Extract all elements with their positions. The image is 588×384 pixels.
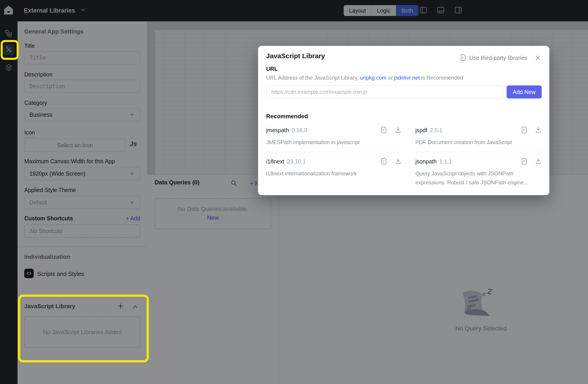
library-divider xyxy=(266,152,401,152)
js-library-modal: JavaScript Library Use third-party libra… xyxy=(258,46,549,195)
url-help-text: URL Address of the JavaScript Library, u… xyxy=(266,75,463,81)
app-root: External Libraries Layout Logic Both xyxy=(0,0,588,384)
add-new-button[interactable]: Add New xyxy=(507,85,542,99)
library-version: 23.10.1 xyxy=(287,158,306,165)
library-download-icon[interactable] xyxy=(395,158,401,166)
library-row-jspdf: jspdf 2.5.1 PDF Document creation from J… xyxy=(415,124,542,148)
library-docs-icon[interactable] xyxy=(381,158,387,166)
library-docs-icon[interactable] xyxy=(521,158,527,166)
library-description: JMESPath implementation in javascript xyxy=(266,138,401,147)
library-name: jmespath xyxy=(266,127,289,133)
library-docs-icon[interactable] xyxy=(521,126,527,134)
library-download-icon[interactable] xyxy=(535,126,542,134)
library-row-i18next: i18next 23.10.1 i18next internationaliza… xyxy=(266,155,401,179)
library-name: jspdf xyxy=(415,127,427,133)
highlight-js-library-section xyxy=(18,295,149,363)
highlight-rail-tools xyxy=(1,40,19,60)
library-version: 1.1.1 xyxy=(440,158,452,165)
library-row-jmespath: jmespath 0.16.0 JMESPath implementation … xyxy=(266,124,401,148)
library-version: 0.16.0 xyxy=(292,127,307,133)
modal-title: JavaScript Library xyxy=(266,52,325,60)
library-name: jsonpath xyxy=(415,158,437,165)
library-row-jsonpath: jsonpath 1.1.1 Query JavaScript objects … xyxy=(415,155,542,188)
use-third-party-link[interactable]: Use third-party libraries xyxy=(469,55,527,61)
url-label: URL xyxy=(266,66,278,72)
recommended-title: Recommended xyxy=(266,113,308,120)
document-icon xyxy=(460,54,466,62)
recommended-libraries: jmespath 0.16.0 JMESPath implementation … xyxy=(266,124,542,188)
library-download-icon[interactable] xyxy=(395,126,401,134)
library-description: PDF Document creation from JavaScript xyxy=(415,138,542,147)
library-divider xyxy=(415,152,542,152)
library-url-input[interactable] xyxy=(266,85,503,99)
library-name: i18next xyxy=(266,158,284,165)
jsdelivr-link[interactable]: jsdelivr.net xyxy=(394,75,420,81)
library-version: 2.5.1 xyxy=(430,127,442,133)
library-description: i18next internationalization framework xyxy=(266,169,401,178)
unpkg-link[interactable]: unpkg.com xyxy=(360,75,386,81)
library-download-icon[interactable] xyxy=(535,158,542,166)
library-docs-icon[interactable] xyxy=(381,126,387,134)
close-icon[interactable] xyxy=(534,54,541,61)
library-description: Query JavaScript objects with JSONPath e… xyxy=(415,169,537,187)
